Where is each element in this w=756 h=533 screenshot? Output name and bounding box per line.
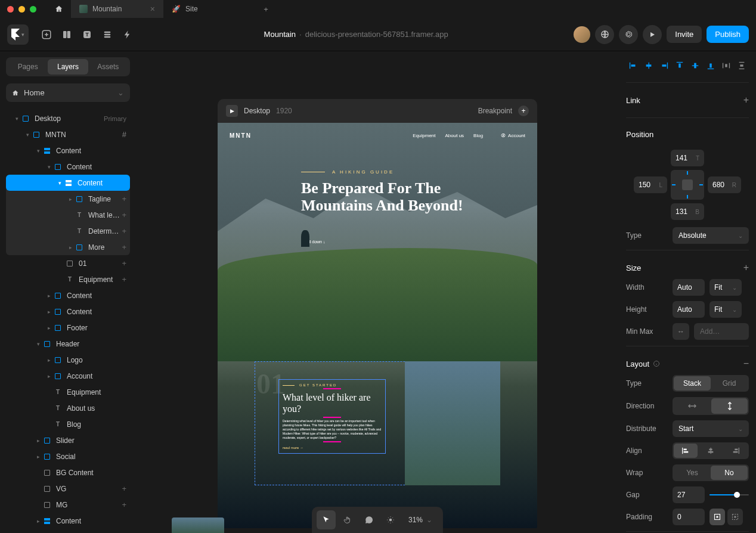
add-icon[interactable]: +	[122, 243, 126, 252]
grid-button[interactable]: Grid	[711, 376, 748, 391]
layer-mg[interactable]: MG+	[6, 497, 130, 513]
layer-blog[interactable]: TBlog	[6, 416, 130, 432]
direction-vertical-button[interactable]	[711, 398, 748, 414]
project-url[interactable]: delicious-presentation-567851.framer.app	[305, 30, 448, 39]
minmax-toggle-button[interactable]: ↔	[673, 323, 689, 340]
add-icon[interactable]: +	[122, 194, 126, 203]
layer-content[interactable]: ▾Content	[6, 142, 130, 159]
section-content-selected[interactable]: GET STARTED What level of hiker are you?…	[278, 379, 386, 454]
align-right-button[interactable]	[657, 58, 671, 73]
layer-content[interactable]: ▸Content	[6, 513, 130, 529]
breakpoint-label[interactable]: Breakpoint	[478, 107, 512, 115]
home-tab[interactable]	[47, 5, 71, 13]
add-icon[interactable]: +	[122, 500, 126, 509]
position-type-select[interactable]: Absolute⌄	[673, 227, 749, 244]
layer-account[interactable]: ▸Account	[6, 368, 130, 384]
position-right-input[interactable]: 680R	[708, 176, 741, 193]
position-anchor[interactable]	[671, 170, 704, 200]
caret-icon[interactable]: ▸	[69, 244, 75, 250]
align-left-button[interactable]	[626, 58, 640, 73]
tab-layers[interactable]: Layers	[48, 59, 88, 75]
caret-icon[interactable]: ▸	[37, 454, 43, 460]
width-fit-select[interactable]: Fit⌄	[709, 279, 742, 296]
caret-icon[interactable]: ▸	[37, 518, 43, 524]
width-input[interactable]: Auto	[673, 279, 705, 296]
caret-icon[interactable]: ▸	[37, 438, 43, 444]
layer-determ[interactable]: TDeterm…+	[6, 223, 130, 239]
layer-more[interactable]: ▸More+	[6, 239, 130, 255]
layer-content[interactable]: ▸Content	[6, 303, 130, 320]
layer-equipment[interactable]: TEquipment	[6, 384, 130, 400]
layer-equipment[interactable]: TEquipment+	[6, 271, 130, 287]
layer-bg-content[interactable]: BG Content	[6, 464, 130, 481]
align-top-button[interactable]	[673, 58, 686, 73]
height-fit-select[interactable]: Fit⌄	[709, 301, 742, 318]
caret-icon[interactable]: ▸	[69, 196, 75, 202]
insert-button[interactable]	[37, 25, 56, 44]
padding-sides-button[interactable]	[727, 509, 743, 525]
preview-button[interactable]	[643, 25, 662, 44]
caret-icon[interactable]: ▾	[26, 132, 32, 138]
position-top-input[interactable]: 141T	[671, 150, 704, 166]
globe-button[interactable]	[595, 25, 614, 44]
canvas-thumbnail[interactable]	[172, 517, 224, 533]
add-icon[interactable]: +	[122, 484, 126, 493]
canvas[interactable]: ▶ Desktop 1920 Breakpoint + MNTN Equipme…	[136, 51, 619, 533]
select-tool-button[interactable]	[317, 510, 336, 529]
layer-content[interactable]: ▾Content	[6, 159, 130, 175]
layout-button[interactable]	[57, 25, 76, 44]
caret-icon[interactable]: ▾	[48, 164, 54, 170]
align-center-v-button[interactable]	[689, 58, 702, 73]
caret-icon[interactable]: ▾	[16, 116, 21, 122]
caret-icon[interactable]: ▾	[37, 341, 43, 347]
distribute-select[interactable]: Start⌄	[673, 420, 749, 437]
caret-icon[interactable]: ▸	[48, 373, 54, 379]
tab-site[interactable]: 🚀 Site	[163, 0, 256, 18]
collapse-layout-button[interactable]: −	[743, 358, 749, 369]
text-button[interactable]: T	[78, 25, 97, 44]
page-selector[interactable]: Home ⌄	[6, 83, 130, 102]
add-icon[interactable]: +	[122, 210, 126, 219]
minmax-input[interactable]	[694, 323, 749, 340]
stack-button[interactable]: Stack	[674, 376, 711, 391]
layer-logo[interactable]: ▸Logo	[6, 352, 130, 368]
close-window-icon[interactable]	[7, 6, 14, 13]
gap-slider[interactable]	[709, 494, 749, 495]
layer-social[interactable]: ▸Social	[6, 448, 130, 464]
layer-slider[interactable]: ▸Slider	[6, 432, 130, 448]
theme-tool-button[interactable]	[381, 510, 400, 529]
wrap-no-button[interactable]: No	[711, 466, 748, 480]
align-center-h-button[interactable]	[642, 58, 655, 73]
height-input[interactable]: Auto	[673, 301, 705, 318]
hand-tool-button[interactable]	[338, 510, 357, 529]
add-icon[interactable]: +	[122, 275, 126, 284]
padding-all-button[interactable]	[709, 509, 725, 525]
minimize-window-icon[interactable]	[18, 6, 25, 13]
user-avatar[interactable]	[574, 26, 590, 43]
caret-icon[interactable]: ▾	[58, 180, 64, 186]
align-center-button[interactable]	[699, 444, 723, 458]
publish-button[interactable]: Publish	[707, 26, 749, 43]
position-bottom-input[interactable]: 131B	[671, 203, 704, 220]
gap-input[interactable]: 27	[673, 486, 705, 503]
add-size-button[interactable]: +	[743, 262, 749, 273]
frame-label[interactable]: Desktop	[244, 107, 270, 115]
settings-button[interactable]	[619, 25, 638, 44]
layer-about-us[interactable]: TAbout us	[6, 400, 130, 416]
add-icon[interactable]: +	[122, 227, 126, 235]
framer-menu-button[interactable]: ▾	[7, 24, 29, 45]
tab-assets[interactable]: Assets	[88, 59, 128, 75]
maximize-window-icon[interactable]	[30, 6, 36, 13]
comment-tool-button[interactable]	[360, 510, 379, 529]
layer-content-selected[interactable]: ▾Content	[6, 175, 130, 191]
layer-tagline[interactable]: ▸Tagline+	[6, 191, 130, 207]
zoom-selector[interactable]: 31%⌄	[402, 516, 438, 524]
align-start-button[interactable]	[674, 444, 698, 458]
caret-icon[interactable]: ▸	[48, 357, 54, 363]
play-frame-button[interactable]: ▶	[226, 105, 238, 117]
layer-what-level[interactable]: TWhat le…+	[6, 207, 130, 223]
tab-pages[interactable]: Pages	[8, 59, 48, 75]
layer-desktop[interactable]: ▾DesktopPrimary	[6, 110, 130, 126]
add-link-button[interactable]: +	[743, 95, 749, 106]
add-breakpoint-button[interactable]: +	[518, 106, 529, 116]
